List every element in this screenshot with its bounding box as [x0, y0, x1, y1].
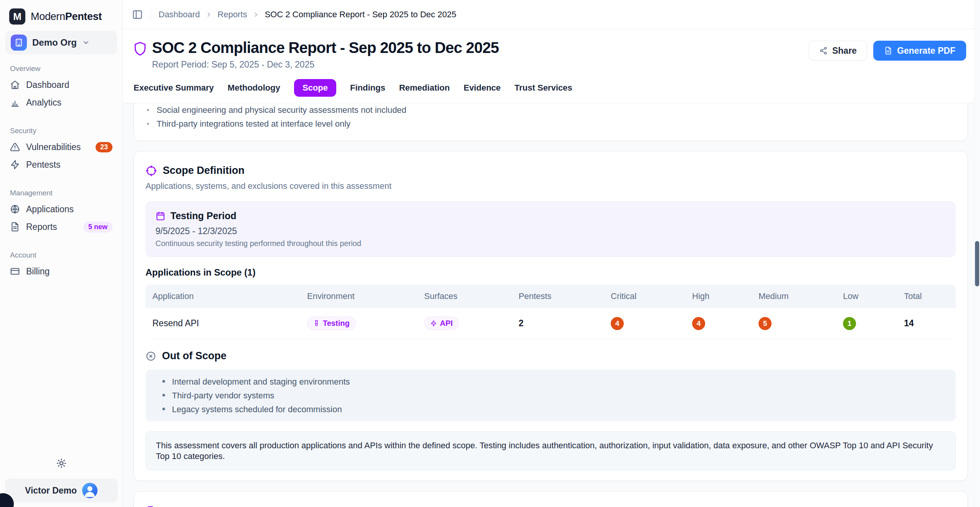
scrollbar-thumb[interactable]: [975, 241, 979, 286]
col-pentests: Pentests: [519, 291, 611, 301]
sidebar-item-vulnerabilities[interactable]: Vulnerabilities 23: [0, 138, 122, 156]
breadcrumb: Dashboard Reports SOC 2 Compliance Repor…: [159, 10, 456, 20]
tab-evidence[interactable]: Evidence: [464, 79, 501, 97]
brand-name: ModernPentest: [31, 11, 102, 23]
report-content: Social engineering and physical security…: [123, 103, 980, 507]
bullet-dot: [162, 408, 165, 410]
zap-icon: [10, 160, 20, 170]
bullet-dot: [162, 394, 165, 396]
list-item: Third-party vendor systems: [145, 390, 956, 401]
shield-icon: [134, 41, 147, 70]
breadcrumb-reports[interactable]: Reports: [218, 10, 247, 20]
sidebar-section-account: Account: [10, 251, 112, 259]
sidebar: M ModernPentest Demo Org Overview Dashbo…: [0, 0, 123, 507]
app-root: M ModernPentest Demo Org Overview Dashbo…: [0, 0, 980, 507]
assessment-note: This assessment covers all production ap…: [145, 431, 956, 471]
testing-period-range: 9/5/2025 - 12/3/2025: [155, 226, 946, 236]
bullet-dot: [147, 123, 149, 125]
sidebar-spacer: [0, 280, 122, 458]
org-building-icon: [11, 35, 27, 51]
tab-scope[interactable]: Scope: [294, 79, 336, 97]
share-icon: [819, 46, 828, 55]
testing-period-note: Continuous security testing performed th…: [155, 239, 946, 248]
topbar: Dashboard Reports SOC 2 Compliance Repor…: [123, 0, 980, 29]
circle-x-icon: [145, 351, 156, 362]
col-low: Low: [843, 291, 904, 301]
main: Dashboard Reports SOC 2 Compliance Repor…: [123, 0, 980, 507]
pentests-count: 2: [519, 318, 611, 329]
scope-definition-subtitle: Applications, systems, and exclusions co…: [145, 181, 956, 191]
tab-trust-services[interactable]: Trust Services: [514, 79, 572, 97]
vulnerabilities-count-badge: 23: [96, 142, 112, 152]
test-tube-icon: [313, 320, 320, 327]
org-switcher[interactable]: Demo Org: [5, 31, 117, 54]
sidebar-section-security: Security: [10, 127, 112, 135]
sidebar-item-analytics[interactable]: Analytics: [0, 94, 122, 111]
sidebar-item-label: Billing: [26, 266, 50, 277]
col-total: Total: [904, 291, 956, 301]
zap-icon: [430, 320, 437, 327]
sidebar-item-reports[interactable]: Reports 5 new: [0, 218, 122, 236]
bullet-dot: [162, 380, 165, 383]
list-item: Internal development and staging environ…: [145, 377, 956, 387]
page-header: SOC 2 Compliance Report - Sep 2025 to De…: [123, 29, 980, 103]
sidebar-section-overview: Overview: [10, 64, 112, 73]
topbar-divider: [150, 10, 151, 20]
chevron-right-icon: [205, 11, 212, 18]
share-label: Share: [832, 46, 857, 56]
sidebar-item-billing[interactable]: Billing: [0, 263, 122, 280]
tab-remediation[interactable]: Remediation: [399, 79, 450, 97]
generate-pdf-button[interactable]: Generate PDF: [873, 41, 966, 61]
tab-findings[interactable]: Findings: [350, 79, 385, 97]
high-count-badge: 4: [692, 317, 705, 330]
calendar-icon: [155, 211, 165, 221]
scope-definition-title: Scope Definition: [163, 165, 245, 177]
sidebar-item-label: Pentests: [26, 160, 61, 170]
exclusions-card-partial: Social engineering and physical security…: [134, 103, 968, 141]
out-of-scope-title: Out of Scope: [162, 350, 226, 362]
brand-logo-icon: M: [9, 8, 25, 25]
org-name: Demo Org: [32, 37, 77, 48]
col-application: Application: [152, 291, 307, 301]
applications-in-scope-heading: Applications in Scope (1): [145, 267, 956, 278]
sidebar-section-management: Management: [10, 189, 112, 197]
security-findings-card: Security Findings Detailed vulnerabiliti…: [134, 491, 968, 507]
report-tabs: Executive Summary Methodology Scope Find…: [134, 79, 966, 103]
file-icon: [884, 46, 892, 55]
home-icon: [10, 80, 20, 90]
breadcrumb-dashboard[interactable]: Dashboard: [159, 10, 200, 20]
generate-pdf-label: Generate PDF: [897, 46, 955, 56]
sidebar-toggle-icon[interactable]: [132, 9, 143, 20]
sidebar-item-label: Vulnerabilities: [26, 142, 81, 152]
globe-icon: [10, 204, 20, 214]
theme-toggle-sun-icon[interactable]: [0, 458, 122, 469]
tab-methodology[interactable]: Methodology: [228, 79, 280, 97]
sidebar-item-label: Analytics: [26, 97, 61, 108]
list-item: Social engineering and physical security…: [147, 105, 954, 115]
applications-table: Application Environment Surfaces Pentest…: [145, 285, 956, 339]
crosshair-icon: [145, 165, 157, 177]
credit-card-icon: [10, 266, 20, 276]
file-search-icon: [145, 506, 157, 507]
sidebar-item-pentests[interactable]: Pentests: [0, 156, 122, 173]
brand: M ModernPentest: [0, 0, 122, 25]
col-surfaces: Surfaces: [424, 291, 519, 301]
user-menu[interactable]: Victor Demo: [5, 479, 118, 502]
chevron-right-icon: [253, 11, 259, 18]
sidebar-item-applications[interactable]: Applications: [0, 200, 122, 218]
surface-badge: API: [424, 317, 459, 330]
sidebar-item-dashboard[interactable]: Dashboard: [0, 76, 122, 94]
share-button[interactable]: Share: [809, 41, 867, 61]
scope-definition-card: Scope Definition Applications, systems, …: [134, 151, 968, 481]
out-of-scope-box: Internal development and staging environ…: [145, 370, 956, 421]
application-name: Resend API: [152, 318, 307, 329]
reports-new-badge: 5 new: [83, 221, 112, 233]
environment-badge: Testing: [307, 317, 356, 330]
page-title: SOC 2 Compliance Report - Sep 2025 to De…: [152, 39, 499, 56]
scrollbar-track[interactable]: [974, 0, 980, 507]
avatar: [82, 483, 98, 498]
bullet-dot: [147, 109, 149, 111]
report-period: Report Period: Sep 5, 2025 - Dec 3, 2025: [152, 59, 499, 70]
low-count-badge: 1: [843, 317, 856, 330]
tab-executive-summary[interactable]: Executive Summary: [134, 79, 214, 97]
